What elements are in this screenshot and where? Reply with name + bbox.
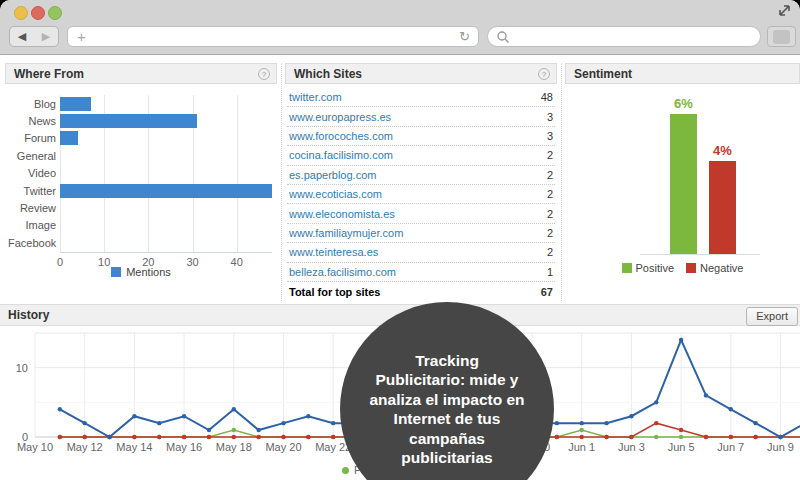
site-count: 2 [547,227,553,239]
positive-legend-label: Positive [636,262,675,274]
bar-track [60,166,272,180]
bar-category-label: Image [8,219,60,231]
bar-category-label: Forum [8,132,60,144]
data-point [729,435,733,439]
mentions-legend-swatch [111,267,121,277]
fullscreen-icon[interactable] [774,2,794,19]
site-link[interactable]: belleza.facilisimo.com [289,266,396,278]
forward-button[interactable]: ▶ [34,27,58,46]
data-point [232,435,236,439]
site-link[interactable]: www.teinteresa.es [289,246,378,258]
profile-button[interactable] [767,26,796,47]
legend-item-negative: Negative [686,262,743,274]
site-row: www.forocoches.com3 [287,127,555,146]
site-row: www.ecoticias.com2 [287,185,555,204]
data-point [232,428,236,432]
zoom-button[interactable] [48,6,62,20]
x-tick-label: May 20 [265,441,301,453]
site-count: 1 [547,266,553,278]
site-row: www.eleconomista.es2 [287,204,555,223]
bar-news [60,114,197,128]
data-point [207,428,211,432]
site-count: 3 [547,130,553,142]
data-point [132,414,136,418]
data-point [132,435,136,439]
data-point [83,421,87,425]
bar-track [60,184,272,198]
data-point [629,414,633,418]
history-title: History [0,308,49,322]
site-count: 48 [541,91,553,103]
data-point [654,400,658,404]
search-bar[interactable] [487,26,761,47]
data-point [704,435,708,439]
positive-legend-dot [342,467,349,474]
data-point [306,414,310,418]
data-point [580,435,584,439]
bar-row: General [8,147,272,164]
bar-row: Twitter [8,182,272,199]
close-button[interactable] [31,6,45,20]
bar-category-label: Video [8,167,60,179]
bar-row: Forum [8,130,272,147]
bar-row: Facebook [8,234,272,251]
site-link[interactable]: www.ecoticias.com [289,188,382,200]
x-tick-label: Jun 5 [668,441,695,453]
x-tick-label: Jun 1 [568,441,595,453]
site-count: 2 [547,149,553,161]
site-link[interactable]: es.paperblog.com [289,169,376,181]
sentiment-legend: PositiveNegative [565,262,800,274]
url-input[interactable] [86,29,459,45]
site-link[interactable]: cocina.facilisimo.com [289,149,393,161]
url-bar[interactable]: + ↻ [67,26,479,47]
sites-total-label: Total for top sites [289,286,380,298]
bar-row: Image [8,217,272,234]
site-link[interactable]: www.familiaymujer.com [289,227,403,239]
bar-twitter [60,184,272,198]
bar-category-label: General [8,150,60,162]
refresh-icon[interactable]: ↻ [459,30,470,43]
minimize-button[interactable] [14,6,28,20]
bar-blog [60,97,91,111]
sentiment-bar-chart: 6%4% [640,98,760,255]
bar-row: Review [8,199,272,216]
site-row: twitter.com48 [287,88,555,107]
where-from-legend: Mentions [5,266,277,278]
bar-track [60,218,272,232]
search-input[interactable] [510,29,760,45]
data-point [704,393,708,397]
help-icon[interactable] [258,68,270,80]
x-tick-label: Jun 3 [618,441,645,453]
data-point [58,407,62,411]
data-point [580,421,584,425]
sites-total-row: Total for top sites67 [287,282,555,301]
data-point [182,435,186,439]
which-sites-header: Which Sites [285,63,557,84]
y-tick-label: 10 [16,362,28,374]
site-link[interactable]: twitter.com [289,91,342,103]
where-from-title: Where From [6,67,84,81]
site-row: www.familiaymujer.com2 [287,224,555,243]
data-point [281,435,285,439]
site-link[interactable]: www.eleconomista.es [289,208,395,220]
back-button[interactable]: ◀ [10,27,34,46]
site-row: www.teinteresa.es2 [287,243,555,262]
add-tab-icon[interactable]: + [77,29,86,44]
site-count: 2 [547,208,553,220]
site-link[interactable]: www.europapress.es [289,111,391,123]
data-point [157,435,161,439]
export-button[interactable]: Export [746,307,798,326]
overlay-text-line: Publicitario: mide y [376,370,519,390]
negative-legend-label: Negative [700,262,743,274]
mentions-legend-label: Mentions [126,266,171,278]
browser-chrome: ◀ ▶ + ↻ [0,0,800,55]
bar-category-label: Blog [8,98,60,110]
bar-track [60,131,272,145]
x-tick-label: May 12 [67,441,103,453]
data-point [729,407,733,411]
bar-category-label: Facebook [8,237,60,249]
data-point [555,421,559,425]
site-link[interactable]: www.forocoches.com [289,130,393,142]
help-icon[interactable] [538,68,550,80]
nav-button-group: ◀ ▶ [9,26,59,47]
